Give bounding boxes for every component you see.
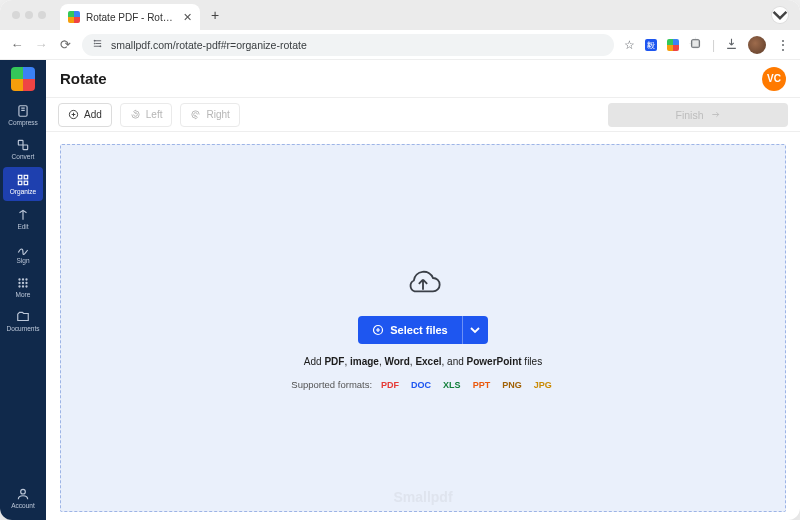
edit-icon <box>16 208 30 222</box>
file-dropzone[interactable]: Select files Add PDF, image, Word, Excel… <box>60 144 786 512</box>
sidebar-item-more[interactable]: More <box>0 270 46 304</box>
arrow-right-icon <box>710 109 721 120</box>
sidebar-item-convert[interactable]: Convert <box>0 132 46 166</box>
avatar-initials: VC <box>767 73 781 84</box>
sidebar-item-label: Account <box>11 502 35 509</box>
account-icon <box>16 487 30 501</box>
tab-strip: Rotate PDF - Rotate Pages O ✕ + <box>0 0 800 30</box>
svg-point-18 <box>25 282 27 284</box>
canvas-area: Select files Add PDF, image, Word, Excel… <box>46 132 800 520</box>
documents-icon <box>16 310 30 324</box>
toolbar-actions: ☆ 毅 | ⋮ <box>624 36 790 54</box>
watermark-text: Smallpdf <box>61 489 785 505</box>
svg-point-0 <box>94 40 95 41</box>
app-extension-icon[interactable] <box>667 39 679 51</box>
sidebar-item-label: Compress <box>8 119 38 126</box>
tool-bar: Add Left Right Finish <box>46 98 800 132</box>
sidebar-item-sign[interactable]: Sign <box>0 236 46 270</box>
tabs-dropdown-button[interactable] <box>772 7 788 23</box>
rotate-right-icon <box>190 109 201 120</box>
format-chip-pdf: PDF <box>378 379 402 391</box>
menu-icon[interactable]: ⋮ <box>776 37 790 53</box>
svg-point-22 <box>21 489 26 494</box>
sidebar-item-account[interactable]: Account <box>0 476 46 520</box>
chevron-down-icon <box>470 325 480 335</box>
sidebar-item-label: Edit <box>17 223 28 230</box>
traffic-zoom[interactable] <box>38 11 46 19</box>
format-chip-xls: XLS <box>440 379 464 391</box>
close-icon[interactable]: ✕ <box>183 11 192 24</box>
svg-rect-12 <box>24 181 28 185</box>
convert-icon <box>16 138 30 152</box>
left-label: Left <box>146 109 163 120</box>
select-files-label: Select files <box>390 324 447 336</box>
sidebar: Compress Convert Organize Edit Sign More <box>0 60 46 520</box>
top-bar: Rotate VC <box>46 60 800 98</box>
supported-formats: Supported formats: PDF DOC XLS PPT PNG J… <box>291 379 554 391</box>
rotate-right-button: Right <box>180 103 239 127</box>
forward-button[interactable]: → <box>34 37 48 52</box>
address-bar: ← → ⟳ smallpdf.com/rotate-pdf#r=organize… <box>0 30 800 60</box>
svg-point-13 <box>18 278 20 280</box>
traffic-minimize[interactable] <box>25 11 33 19</box>
window-controls <box>12 11 46 19</box>
svg-point-16 <box>18 282 20 284</box>
select-files-group: Select files <box>358 316 487 344</box>
back-button[interactable]: ← <box>10 37 24 52</box>
svg-point-1 <box>94 43 95 44</box>
svg-point-14 <box>22 278 24 280</box>
sidebar-item-organize[interactable]: Organize <box>3 167 43 201</box>
plus-circle-icon <box>372 324 384 336</box>
app-body: Compress Convert Organize Edit Sign More <box>0 60 800 520</box>
profile-avatar[interactable] <box>748 36 766 54</box>
translate-icon[interactable]: 毅 <box>645 39 657 51</box>
sidebar-item-compress[interactable]: Compress <box>0 98 46 132</box>
svg-point-15 <box>25 278 27 280</box>
sidebar-item-label: More <box>16 291 31 298</box>
download-icon[interactable] <box>725 37 738 53</box>
reload-button[interactable]: ⟳ <box>58 37 72 52</box>
extensions-icon[interactable] <box>689 37 702 53</box>
svg-text:毅: 毅 <box>647 41 655 50</box>
user-avatar[interactable]: VC <box>762 67 786 91</box>
sidebar-item-edit[interactable]: Edit <box>0 202 46 236</box>
svg-point-17 <box>22 282 24 284</box>
sidebar-item-label: Organize <box>10 188 36 195</box>
sidebar-item-documents[interactable]: Documents <box>0 304 46 338</box>
svg-point-19 <box>18 285 20 287</box>
svg-rect-10 <box>24 175 28 179</box>
sidebar-item-label: Documents <box>7 325 40 332</box>
browser-window: Rotate PDF - Rotate Pages O ✕ + ← → ⟳ sm… <box>0 0 800 520</box>
svg-point-20 <box>22 285 24 287</box>
bookmark-icon[interactable]: ☆ <box>624 38 635 52</box>
main-panel: Rotate VC Add Left Right <box>46 60 800 520</box>
new-tab-button[interactable]: + <box>206 6 224 24</box>
chevron-down-icon <box>772 7 788 23</box>
svg-rect-8 <box>23 145 28 150</box>
file-types-hint: Add PDF, image, Word, Excel, and PowerPo… <box>304 356 542 367</box>
favicon-icon <box>68 11 80 23</box>
compress-icon <box>16 104 30 118</box>
add-button[interactable]: Add <box>58 103 112 127</box>
cloud-upload-icon <box>403 266 443 304</box>
right-label: Right <box>206 109 229 120</box>
select-files-dropdown[interactable] <box>462 316 488 344</box>
svg-rect-7 <box>18 140 23 145</box>
app-logo[interactable] <box>0 60 46 98</box>
add-label: Add <box>84 109 102 120</box>
format-chip-doc: DOC <box>408 379 434 391</box>
format-chip-png: PNG <box>499 379 525 391</box>
select-files-button[interactable]: Select files <box>358 316 461 344</box>
plus-circle-icon <box>68 109 79 120</box>
svg-point-2 <box>100 46 101 47</box>
browser-tab[interactable]: Rotate PDF - Rotate Pages O ✕ <box>60 4 200 30</box>
finish-button: Finish <box>608 103 788 127</box>
more-icon <box>16 276 30 290</box>
url-input[interactable]: smallpdf.com/rotate-pdf#r=organize-rotat… <box>82 34 614 56</box>
url-text: smallpdf.com/rotate-pdf#r=organize-rotat… <box>111 39 307 51</box>
svg-point-21 <box>25 285 27 287</box>
site-settings-icon[interactable] <box>92 38 103 51</box>
traffic-close[interactable] <box>12 11 20 19</box>
sidebar-item-label: Sign <box>16 257 29 264</box>
organize-icon <box>16 173 30 187</box>
